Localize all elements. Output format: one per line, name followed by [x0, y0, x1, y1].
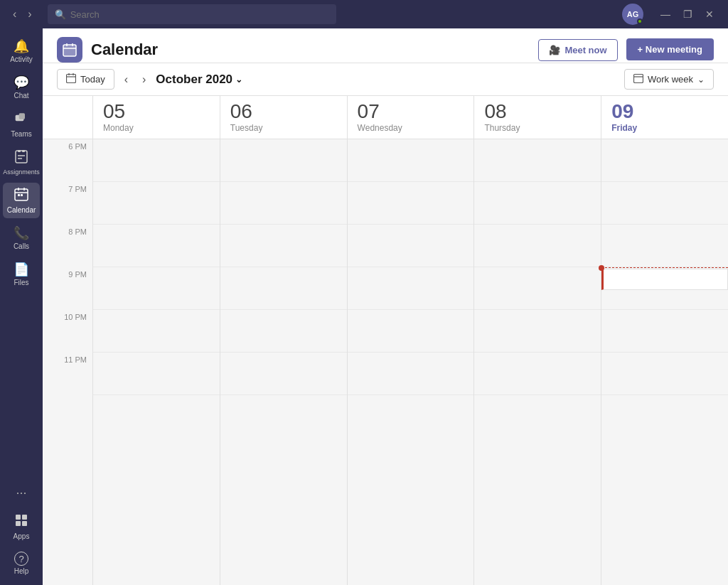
hour-7pm-wed [348, 182, 474, 225]
sidebar-label-assignments: Assignments [3, 168, 40, 176]
sidebar-label-calendar: Calendar [7, 206, 36, 214]
files-icon: 📄 [14, 262, 29, 277]
time-label-7pm: 7 PM [68, 185, 87, 193]
day-column-tue[interactable] [220, 139, 347, 585]
maximize-button[interactable]: ❐ [678, 7, 698, 21]
day-num-thu: 08 [484, 102, 592, 122]
hour-8pm-thu [474, 225, 601, 267]
meet-now-button[interactable]: 🎥 Meet now [538, 39, 617, 61]
nav-back-forward: ‹ › [9, 6, 36, 22]
sidebar-item-activity[interactable]: 🔔 Activity [3, 34, 40, 68]
nav-back-button[interactable]: ‹ [9, 6, 21, 22]
hour-9pm-thu [474, 267, 601, 310]
calendar-header: Calendar 🎥 Meet now + New meeting [43, 28, 728, 63]
sidebar-item-help[interactable]: ? Help [3, 547, 40, 579]
help-icon: ? [14, 552, 28, 566]
minimize-button[interactable]: — [655, 7, 676, 21]
day-column-thu[interactable] [473, 139, 601, 585]
app-body: 🔔 Activity 💬 Chat Teams [0, 28, 728, 585]
more-button[interactable]: ··· [10, 480, 32, 506]
day-num-wed: 07 [358, 102, 466, 122]
sidebar-item-calls[interactable]: 📞 Calls [3, 221, 40, 254]
calendar-icon [14, 187, 28, 205]
hour-9pm-tue [220, 267, 347, 310]
hour-6pm-thu [474, 139, 601, 182]
work-week-button[interactable]: Work week ⌄ [624, 69, 714, 90]
day-column-fri[interactable] [601, 139, 728, 585]
close-button[interactable]: ✕ [700, 7, 719, 21]
day-name-wed: Wednesday [358, 123, 466, 133]
sidebar-item-files[interactable]: 📄 Files [3, 257, 40, 291]
sidebar-label-files: Files [14, 279, 28, 286]
calendar-title: Calendar [91, 41, 158, 59]
day-name-thu: Thursday [484, 123, 592, 133]
sidebar-item-teams[interactable]: Teams [3, 107, 40, 142]
hour-6pm-tue [220, 139, 347, 182]
nav-forward-button[interactable]: › [23, 6, 36, 22]
activity-icon: 🔔 [14, 38, 29, 54]
chat-icon: 💬 [14, 75, 29, 90]
svg-rect-4 [22, 150, 25, 152]
day-header-fri[interactable]: 09 Friday [601, 96, 728, 139]
day-columns [92, 139, 728, 585]
day-header-mon[interactable]: 05 Monday [92, 96, 220, 139]
day-header-thu[interactable]: 08 Thursday [473, 96, 601, 139]
hour-6pm-wed [348, 139, 474, 182]
avatar-online-dot [637, 18, 643, 24]
day-column-mon[interactable] [92, 139, 220, 585]
hour-10pm-fri [601, 310, 728, 353]
sidebar-label-chat: Chat [14, 92, 28, 100]
time-slot-8pm: 8 PM [43, 225, 92, 267]
calendar-event[interactable] [601, 269, 728, 290]
day-header-wed[interactable]: 07 Wednesday [347, 96, 474, 139]
sidebar-label-calls: Calls [14, 242, 29, 250]
svg-rect-14 [22, 515, 27, 520]
sidebar-item-chat[interactable]: 💬 Chat [3, 70, 40, 104]
new-meeting-button[interactable]: + New meeting [626, 38, 714, 60]
title-bar: ‹ › 🔍 AG — ❐ ✕ [0, 0, 728, 28]
hour-10pm-wed [348, 310, 474, 353]
day-num-fri: 09 [611, 102, 719, 122]
hour-10pm-tue [220, 310, 347, 353]
svg-rect-26 [633, 75, 643, 83]
sidebar-label-teams: Teams [11, 130, 31, 138]
search-input[interactable] [70, 9, 329, 20]
assignments-icon [15, 149, 28, 167]
hour-10pm-mon [93, 310, 220, 353]
hour-7pm-thu [474, 182, 601, 225]
calls-icon: 📞 [14, 225, 29, 241]
svg-rect-13 [16, 515, 21, 520]
day-column-wed[interactable] [347, 139, 474, 585]
time-slot-9pm: 9 PM [43, 267, 92, 310]
time-slot-6pm: 6 PM [43, 139, 92, 182]
time-label-10pm: 10 PM [64, 313, 87, 321]
search-icon: 🔍 [55, 9, 66, 20]
day-num-tue: 06 [230, 102, 338, 122]
sidebar-label-apps: Apps [14, 532, 30, 540]
sidebar-item-assignments[interactable]: Assignments [3, 145, 40, 180]
chevron-down-icon: ⌄ [235, 75, 242, 85]
day-header-tue[interactable]: 06 Tuesday [220, 96, 347, 139]
time-grid-body[interactable]: 6 PM 7 PM 8 PM 9 PM 10 PM [43, 139, 728, 585]
sidebar-label-activity: Activity [10, 55, 33, 63]
today-button[interactable]: Today [57, 69, 114, 90]
hour-7pm-mon [93, 182, 220, 225]
hour-7pm-tue [220, 182, 347, 225]
time-label-6pm: 6 PM [68, 142, 87, 151]
avatar[interactable]: AG [622, 4, 643, 25]
calendar-app-icon [57, 37, 82, 63]
hour-9pm-mon [93, 267, 220, 310]
sidebar-item-apps[interactable]: Apps [3, 509, 40, 544]
hour-10pm-thu [474, 310, 601, 353]
search-bar[interactable]: 🔍 [48, 4, 336, 24]
prev-week-button[interactable]: ‹ [120, 70, 132, 89]
time-label-11pm: 11 PM [64, 355, 87, 364]
sidebar-item-calendar[interactable]: Calendar [3, 183, 40, 218]
month-label[interactable]: October 2020 ⌄ [156, 73, 242, 87]
time-label-9pm: 9 PM [68, 270, 87, 279]
hour-6pm-mon [93, 139, 220, 182]
next-week-button[interactable]: › [138, 70, 150, 89]
day-name-mon: Monday [103, 123, 211, 133]
time-slot-11pm: 11 PM [43, 353, 92, 395]
time-slot-10pm: 10 PM [43, 310, 92, 353]
